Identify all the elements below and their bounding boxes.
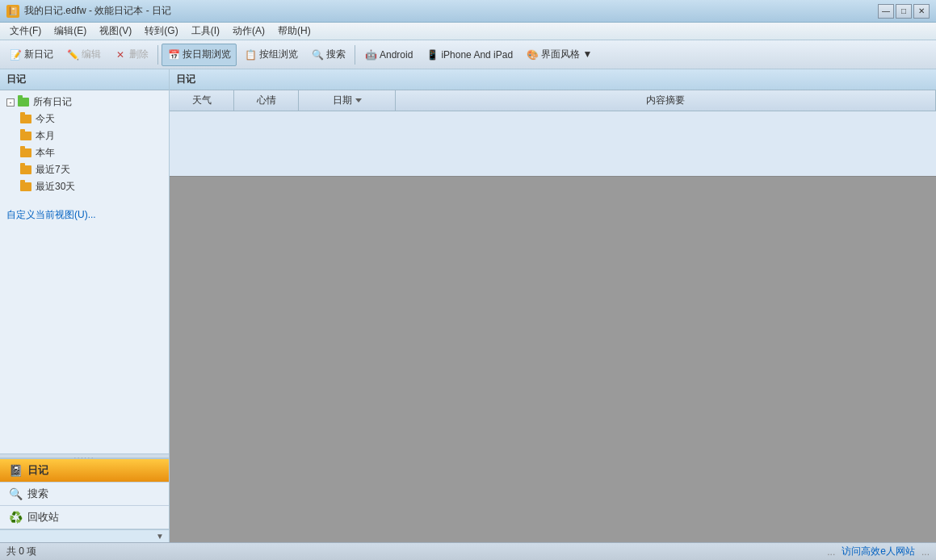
search-toolbar-icon: 🔍 [311,48,324,61]
delete-label: 删除 [129,48,149,61]
title-bar-left: 📔 我的日记.edfw - 效能日记本 - 日记 [6,4,171,18]
tree-label-30days: 最近30天 [36,180,75,194]
expand-icon-all[interactable]: - [6,98,15,107]
window-controls: — □ ✕ [878,4,930,19]
tree-item-all[interactable]: - 所有日记 [0,94,169,111]
edit-label: 编辑 [82,48,101,61]
customize-view-link[interactable]: 自定义当前视图(U)... [0,206,103,224]
edit-icon: ✏️ [66,48,79,61]
status-right: ... 访问高效e人网站 ... [827,545,930,558]
new-diary-icon: 📝 [9,48,22,61]
android-label: Android [380,49,413,61]
menu-help[interactable]: 帮助(H) [271,23,317,40]
tree-item-30days[interactable]: 最近30天 [0,178,169,195]
browse-group-button[interactable]: 📋 按组浏览 [238,44,304,66]
visit-website-link[interactable]: 访问高效e人网站 [842,545,915,558]
table-body [170,111,936,176]
iphone-ipad-button[interactable]: 📱 iPhone And iPad [420,44,518,66]
menu-file[interactable]: 文件(F) [3,23,48,40]
nav-diary-label: 日记 [27,463,48,478]
tree-label-all: 所有日记 [33,95,72,109]
tree-item-today[interactable]: 今天 [0,111,169,127]
sidebar-header: 日记 [0,69,169,90]
sidebar-tree: - 所有日记 今天 本月 [0,90,169,453]
nav-scroll-down[interactable]: ▼ [0,529,169,542]
toolbar-separator-1 [157,45,158,65]
search-toolbar-label: 搜索 [326,48,346,61]
menu-view[interactable]: 视图(V) [93,23,138,40]
menu-action[interactable]: 动作(A) [226,23,271,40]
content-area: 日记 天气 心情 日期 内容摘要 [170,69,936,542]
th-mood-label: 心情 [257,94,276,107]
tree-item-7days[interactable]: 最近7天 [0,161,169,178]
nav-diary-icon: 📓 [8,463,23,478]
delete-button[interactable]: ✕ 删除 [108,44,154,66]
status-end-dots: ... [921,546,930,558]
item-count: 共 0 项 [6,545,36,558]
sidebar: 日记 - 所有日记 今天 本月 [0,69,170,542]
folder-icon-all [17,96,30,109]
tree-item-year[interactable]: 本年 [0,144,169,161]
th-summary-label: 内容摘要 [646,94,685,107]
ui-style-label: 界面风格 ▼ [541,48,592,61]
status-bar: 共 0 项 ... 访问高效e人网站 ... [0,542,936,560]
tree-label-month: 本月 [36,129,55,143]
content-header: 日记 [170,69,936,90]
nav-search-label: 搜索 [27,487,48,501]
sort-icon [355,98,362,102]
android-button[interactable]: 🤖 Android [359,44,418,66]
browse-group-label: 按组浏览 [259,48,298,61]
tree-item-month[interactable]: 本月 [0,127,169,144]
sidebar-nav: 📓 日记 🔍 搜索 ♻️ 回收站 ▼ [0,458,169,542]
th-weather: 天气 [170,90,234,111]
folder-icon-today [19,113,32,126]
maximize-button[interactable]: □ [896,4,912,19]
th-weather-label: 天气 [192,94,212,107]
tree-label-7days: 最近7天 [36,163,70,177]
browse-date-icon: 📅 [167,48,180,61]
app-icon: 📔 [6,5,19,18]
nav-item-recycle[interactable]: ♻️ 回收站 [0,506,169,529]
th-date[interactable]: 日期 [299,90,396,111]
iphone-ipad-icon: 📱 [426,48,439,61]
search-toolbar-button[interactable]: 🔍 搜索 [305,44,351,66]
table-header: 天气 心情 日期 内容摘要 [170,90,936,111]
th-summary: 内容摘要 [396,90,936,111]
nav-recycle-icon: ♻️ [8,510,23,524]
folder-icon-30days [19,181,32,194]
folder-icon-year [19,147,32,160]
diary-table: 天气 心情 日期 内容摘要 [170,90,936,176]
browse-date-label: 按日期浏览 [183,48,231,61]
new-diary-button[interactable]: 📝 新日记 [3,44,59,66]
new-diary-label: 新日记 [24,48,53,61]
menu-tools[interactable]: 工具(I) [185,23,226,40]
folder-icon-month [19,130,32,143]
menu-edit[interactable]: 编辑(E) [48,23,93,40]
menu-goto[interactable]: 转到(G) [138,23,184,40]
delete-icon: ✕ [114,48,127,61]
minimize-button[interactable]: — [878,4,894,19]
close-button[interactable]: ✕ [913,4,930,19]
android-icon: 🤖 [364,48,377,61]
th-date-label: 日期 [333,94,352,107]
scroll-down-icon: ▼ [156,532,164,541]
status-separator: ... [827,546,835,558]
edit-button[interactable]: ✏️ 编辑 [61,44,107,66]
window-title: 我的日记.edfw - 效能日记本 - 日记 [24,4,171,18]
nav-item-search[interactable]: 🔍 搜索 [0,483,169,506]
folder-icon-7days [19,164,32,177]
preview-area [170,176,936,542]
tree-label-year: 本年 [36,146,55,160]
main-layout: 日记 - 所有日记 今天 本月 [0,69,936,542]
nav-item-diary[interactable]: 📓 日记 [0,459,169,483]
browse-date-button[interactable]: 📅 按日期浏览 [162,44,237,66]
ui-style-icon: 🎨 [526,48,539,61]
title-bar: 📔 我的日记.edfw - 效能日记本 - 日记 — □ ✕ [0,0,936,23]
iphone-ipad-label: iPhone And iPad [441,49,513,61]
toolbar: 📝 新日记 ✏️ 编辑 ✕ 删除 📅 按日期浏览 📋 按组浏览 🔍 搜索 🤖 A… [0,40,936,69]
browse-group-icon: 📋 [244,48,257,61]
th-mood: 心情 [234,90,299,111]
toolbar-separator-2 [355,45,355,65]
ui-style-button[interactable]: 🎨 界面风格 ▼ [520,44,598,66]
menu-bar: 文件(F) 编辑(E) 视图(V) 转到(G) 工具(I) 动作(A) 帮助(H… [0,23,936,40]
